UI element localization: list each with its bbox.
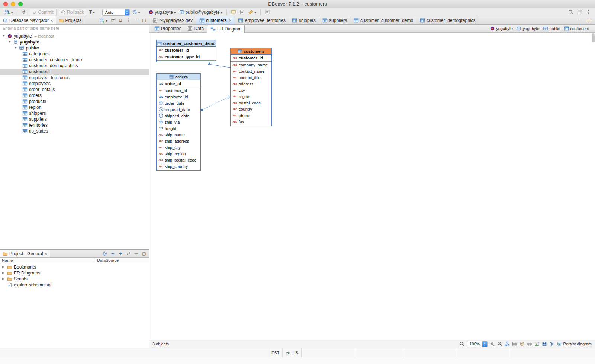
entity-column[interactable]: fax bbox=[231, 118, 271, 125]
breadcrumb-item[interactable]: yugabyte bbox=[515, 25, 541, 32]
editor-tab[interactable]: customer_customer_demo bbox=[350, 16, 416, 24]
table-tree-item[interactable]: suppliers bbox=[0, 116, 149, 122]
new-connection-button[interactable] bbox=[3, 9, 14, 16]
zoom-level-combo[interactable]: 100% bbox=[467, 341, 487, 347]
table-tree-item[interactable]: products bbox=[0, 98, 149, 104]
entity-column[interactable]: contact_title bbox=[231, 74, 271, 81]
entity-column[interactable]: order_date bbox=[157, 100, 200, 106]
editor-tab[interactable]: customers bbox=[196, 16, 235, 24]
open-perspective-button[interactable] bbox=[576, 9, 583, 16]
maximize-view-icon[interactable] bbox=[141, 18, 147, 22]
remove-item-icon[interactable] bbox=[110, 251, 115, 256]
print-diagram-icon[interactable] bbox=[527, 341, 532, 347]
editor-tab[interactable]: *<yugabyte> dev bbox=[149, 16, 196, 24]
breadcrumb-item[interactable]: customers bbox=[562, 25, 591, 32]
project-item[interactable]: Bookmarks bbox=[0, 264, 149, 270]
expand-arrow-icon[interactable] bbox=[1, 272, 5, 274]
diagram-colors-icon[interactable] bbox=[520, 341, 525, 347]
maximize-editor-icon[interactable] bbox=[587, 18, 592, 22]
persist-diagram-button[interactable]: Persist diagram bbox=[557, 341, 592, 347]
add-item-icon[interactable] bbox=[118, 251, 123, 256]
entity-column[interactable]: ship_address bbox=[157, 138, 200, 144]
timezone-indicator[interactable]: EST bbox=[268, 348, 283, 357]
export-image-icon[interactable] bbox=[534, 341, 540, 347]
tab-projects[interactable]: Projects bbox=[56, 16, 84, 24]
stepper-icon[interactable] bbox=[125, 9, 129, 16]
view-tab[interactable]: ER Diagram bbox=[207, 25, 245, 33]
diagram-settings-icon[interactable] bbox=[549, 341, 554, 347]
entity-customers[interactable]: customers customer_id bbox=[230, 48, 272, 126]
sql-console-button[interactable] bbox=[230, 9, 237, 16]
entity-column[interactable]: ship_city bbox=[157, 144, 200, 150]
entity-column[interactable]: customer_type_id bbox=[157, 53, 216, 60]
transaction-log-button[interactable] bbox=[131, 9, 141, 16]
project-items[interactable]: Bookmarks ER Diagrams bbox=[0, 263, 149, 348]
link-editor-icon[interactable] bbox=[126, 251, 131, 256]
project-item[interactable]: ER Diagrams bbox=[0, 270, 149, 276]
expand-arrow-icon[interactable] bbox=[1, 277, 5, 280]
tree-item-connection[interactable]: yugabyte – localhost bbox=[0, 33, 149, 39]
tree-item-schema[interactable]: public bbox=[0, 45, 149, 51]
view-tab[interactable]: Data bbox=[184, 25, 207, 32]
breadcrumb-item[interactable]: public bbox=[541, 25, 562, 32]
entity-column[interactable]: ship_postal_code bbox=[157, 157, 200, 163]
autocommit-combo[interactable]: Auto bbox=[102, 9, 130, 16]
link-editor-icon[interactable] bbox=[110, 18, 115, 22]
editor-tab[interactable]: employee_territories bbox=[235, 16, 289, 24]
project-item[interactable]: explorr-schema.sql bbox=[0, 282, 149, 288]
entity-customer-customer-demo[interactable]: customer_customer_demo customer_id bbox=[156, 40, 216, 62]
minimize-view-icon[interactable] bbox=[134, 252, 139, 255]
auto-layout-icon[interactable] bbox=[505, 341, 510, 347]
zoom-original-icon[interactable] bbox=[459, 341, 464, 347]
breadcrumb-item[interactable]: yugabyte bbox=[488, 25, 514, 32]
entity-column[interactable]: city bbox=[231, 87, 271, 93]
close-tab-icon[interactable] bbox=[45, 251, 48, 256]
entity-column[interactable]: postal_code bbox=[231, 100, 271, 106]
tasks-button[interactable] bbox=[264, 9, 271, 16]
entity-column[interactable]: ship_name bbox=[157, 131, 200, 138]
entity-column[interactable]: freight bbox=[157, 125, 200, 131]
new-connection-small-button[interactable] bbox=[99, 17, 107, 24]
entity-column[interactable]: region bbox=[231, 93, 271, 100]
entity-column[interactable]: phone bbox=[231, 112, 271, 118]
connect-button[interactable] bbox=[20, 9, 28, 16]
table-tree-item[interactable]: shippers bbox=[0, 110, 149, 116]
toolbar-overflow-button[interactable] bbox=[585, 9, 592, 16]
table-tree-item[interactable]: order_details bbox=[0, 87, 149, 92]
table-tree-item[interactable]: orders bbox=[0, 92, 149, 98]
entity-column[interactable]: customer_id bbox=[157, 87, 200, 94]
tab-project-general[interactable]: Project - General bbox=[0, 250, 50, 257]
expand-arrow-icon[interactable] bbox=[8, 40, 12, 43]
entity-column[interactable]: country bbox=[231, 106, 271, 112]
table-tree-item[interactable]: us_states bbox=[0, 128, 149, 134]
er-canvas[interactable]: customer_customer_demo customer_id bbox=[149, 33, 595, 340]
save-diagram-icon[interactable] bbox=[542, 341, 547, 347]
schema-selector[interactable]: public@yugabyte bbox=[178, 9, 224, 16]
zoom-in-icon[interactable] bbox=[490, 341, 495, 347]
minimize-window-button[interactable] bbox=[11, 2, 15, 6]
entity-column[interactable]: employee_id bbox=[157, 94, 200, 100]
editor-tab[interactable]: customer_demographics bbox=[416, 16, 479, 24]
table-tree-item[interactable]: territories bbox=[0, 122, 149, 128]
view-menu-icon[interactable] bbox=[126, 18, 131, 22]
toggle-grid-icon[interactable] bbox=[512, 341, 517, 347]
entity-column[interactable]: required_date bbox=[157, 106, 200, 113]
connection-selector[interactable]: yugabyte bbox=[147, 9, 177, 16]
column-header-datasource[interactable]: DataSource bbox=[95, 258, 119, 263]
entity-column[interactable]: company_name bbox=[231, 62, 271, 68]
editor-tab[interactable]: suppliers bbox=[319, 16, 350, 24]
entity-header[interactable]: customer_customer_demo bbox=[157, 40, 216, 47]
table-tree-item[interactable]: region bbox=[0, 104, 149, 110]
database-tree[interactable]: yugabyte – localhost yugabyte public bbox=[0, 32, 149, 249]
zoom-window-button[interactable] bbox=[18, 2, 23, 6]
tab-database-navigator[interactable]: Database Navigator bbox=[0, 16, 56, 24]
format-button[interactable] bbox=[247, 9, 257, 16]
locale-indicator[interactable]: en_US bbox=[283, 348, 302, 357]
table-tree-item[interactable]: employee_territories bbox=[0, 75, 149, 81]
entity-column[interactable]: shipped_date bbox=[157, 113, 200, 119]
table-tree-item[interactable]: customer_demographics bbox=[0, 63, 149, 69]
zoom-out-icon[interactable] bbox=[497, 341, 502, 347]
table-filter-input[interactable] bbox=[0, 25, 149, 32]
search-button[interactable] bbox=[567, 9, 575, 16]
relationship-orders-customers[interactable] bbox=[201, 95, 230, 111]
